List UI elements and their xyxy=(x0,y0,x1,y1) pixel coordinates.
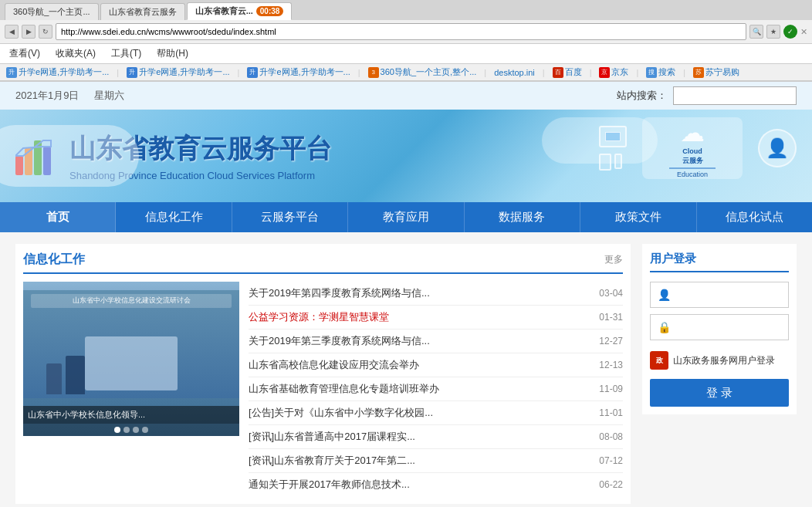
dot-1[interactable] xyxy=(114,427,120,433)
bookmark-icon[interactable]: ★ xyxy=(766,25,780,39)
search-input[interactable] xyxy=(673,86,797,105)
search-icon[interactable]: 🔍 xyxy=(749,25,763,39)
weekday-text: 星期六 xyxy=(94,89,124,103)
refresh-button[interactable]: ↻ xyxy=(39,25,52,39)
left-panel: 信息化工作 更多 山东省中小学校信息化建设交流研讨会 xyxy=(15,244,631,504)
page-content: 2021年1月9日 星期六 站内搜索： 山东省教育云服务平台 S xyxy=(0,82,812,507)
stop-button[interactable]: ✕ xyxy=(800,27,807,37)
menu-bar: 查看(V) 收藏夹(A) 工具(T) 帮助(H) xyxy=(0,44,812,64)
svg-rect-2 xyxy=(34,140,42,175)
fav-icon-0: 升 xyxy=(6,67,17,78)
fav-item-1[interactable]: 升 升学e网通,升学助考一... xyxy=(123,66,232,79)
news-title-3[interactable]: 山东省高校信息化建设应用交流会举办 xyxy=(249,358,449,372)
security-icon: ✓ xyxy=(783,25,797,39)
news-date-1: 01-31 xyxy=(599,312,623,323)
nav-xinxi[interactable]: 信息化工作 xyxy=(116,202,232,232)
dot-4[interactable] xyxy=(142,427,148,433)
tab-sdedu-active[interactable]: 山东省教育云... 00:38 xyxy=(187,2,293,20)
top-bar: 2021年1月9日 星期六 站内搜索： xyxy=(0,82,812,110)
fav-icon-1: 升 xyxy=(127,67,137,78)
right-panel: 用户登录 👤 🔒 政 山东政务服务网用户登录 登 录 xyxy=(642,244,797,504)
news-item-2: 关于2019年第三季度教育系统网络与信... 12-27 xyxy=(249,330,623,353)
phone-icon xyxy=(614,154,622,169)
fav-item-3[interactable]: 3 360导航_一个主页,整个... xyxy=(365,66,480,79)
back-button[interactable]: ◀ xyxy=(5,25,19,39)
lock-icon: 🔒 xyxy=(658,321,671,333)
banner-right: ☁ Cloud云服务 Education 👤 xyxy=(599,117,797,179)
tab-label: 山东省教育云... xyxy=(195,5,253,17)
section-title-xinxi: 信息化工作 xyxy=(23,252,85,268)
cloud-widget: ☁ Cloud云服务 Education xyxy=(642,117,743,179)
news-title-6[interactable]: [资讯]山东省普通高中2017届课程实... xyxy=(249,430,449,444)
news-title-0[interactable]: 关于2019年第四季度教育系统网络与信... xyxy=(249,286,449,300)
date-text: 2021年1月9日 xyxy=(15,89,79,103)
section-more-xinxi[interactable]: 更多 xyxy=(604,253,623,266)
news-date-2: 12-27 xyxy=(599,336,623,346)
fav-item-5[interactable]: 百 百度 xyxy=(550,66,585,79)
gov-login-area[interactable]: 政 山东政务服务网用户登录 xyxy=(650,346,789,374)
address-input[interactable] xyxy=(56,23,746,40)
password-input[interactable] xyxy=(650,314,789,340)
logo-svg-icon xyxy=(15,133,62,179)
news-title-8[interactable]: 通知关于开展2017年教师信息技术... xyxy=(249,478,449,492)
avatar-icon: 👤 xyxy=(758,129,797,167)
nav-education[interactable]: 教育应用 xyxy=(348,202,464,232)
news-item-0: 关于2019年第四季度教育系统网络与信... 03-04 xyxy=(249,282,623,306)
tab-timer: 00:38 xyxy=(256,6,284,16)
cloud-text: Cloud云服务 xyxy=(669,147,716,165)
news-title-2[interactable]: 关于2019年第三季度教育系统网络与信... xyxy=(249,334,449,348)
svg-rect-0 xyxy=(15,156,23,175)
section-header-xinxi: 信息化工作 更多 xyxy=(23,252,623,274)
news-title-7[interactable]: [资讯]山东省教育厅关于2017年第二... xyxy=(249,454,449,468)
date-area: 2021年1月9日 星期六 xyxy=(15,89,124,103)
cloud-icon: ☁ xyxy=(669,118,716,147)
username-input[interactable] xyxy=(650,282,789,308)
browser-chrome: 360导航_一个主页... 山东省教育云服务 山东省教育云... 00:38 ◀… xyxy=(0,0,812,82)
main-content: 信息化工作 更多 山东省中小学校信息化建设交流研讨会 xyxy=(0,232,812,507)
dot-2[interactable] xyxy=(123,427,130,433)
tab-sdedu[interactable]: 山东省教育云服务 xyxy=(100,3,185,20)
fav-item-8[interactable]: 苏 苏宁易购 xyxy=(690,66,743,79)
password-wrapper: 🔒 xyxy=(650,314,789,340)
news-item-8: 通知关于开展2017年教师信息技术... 06-22 xyxy=(249,473,623,496)
fav-item-7[interactable]: 搜 搜索 xyxy=(643,66,678,79)
fav-icon-2: 升 xyxy=(247,67,258,78)
tab-360[interactable]: 360导航_一个主页... xyxy=(5,3,99,20)
fav-item-2[interactable]: 升 升学e网通,升学助考一... xyxy=(244,66,353,79)
fav-icon-7: 搜 xyxy=(646,67,657,78)
news-item-6: [资讯]山东省普通高中2017届课程实... 08-08 xyxy=(249,425,623,449)
search-area: 站内搜索： xyxy=(617,86,797,105)
nav-home[interactable]: 首页 xyxy=(0,202,116,232)
menu-view[interactable]: 查看(V) xyxy=(6,46,43,62)
user-icon: 👤 xyxy=(658,289,671,301)
forward-button[interactable]: ▶ xyxy=(22,25,36,39)
news-item-3: 山东省高校信息化建设应用交流会举办 12-13 xyxy=(249,353,623,377)
news-title-5[interactable]: [公告]关于对《山东省中小学数字化校园... xyxy=(249,406,449,420)
news-title-4[interactable]: 山东省基础教育管理信息化专题培训班举办 xyxy=(249,382,449,396)
tab-bar: 360导航_一个主页... 山东省教育云服务 山东省教育云... 00:38 xyxy=(0,0,812,20)
user-area: 👤 xyxy=(758,129,797,167)
nav-data[interactable]: 数据服务 xyxy=(465,202,580,232)
news-image-top: 山东省中小学校信息化建设交流研讨会 xyxy=(23,282,239,406)
news-item-4: 山东省基础教育管理信息化专题培训班举办 11-09 xyxy=(249,377,623,401)
dot-3[interactable] xyxy=(133,427,139,433)
menu-tools[interactable]: 工具(T) xyxy=(108,46,144,62)
fav-item-6[interactable]: 京 京东 xyxy=(596,66,631,79)
news-title-1[interactable]: 公益学习资源：学测星智慧课堂 xyxy=(249,310,449,324)
header-banner: 山东省教育云服务平台 Shandong Province Education C… xyxy=(0,110,812,202)
nav-pilot[interactable]: 信息化试点 xyxy=(697,202,812,232)
fav-item-4[interactable]: desktop.ini xyxy=(491,67,538,78)
tab-label: 山东省教育云服务 xyxy=(109,6,177,18)
login-button[interactable]: 登 录 xyxy=(650,379,789,407)
news-image-dots xyxy=(23,424,239,436)
svg-rect-3 xyxy=(43,147,51,175)
fav-item-0[interactable]: 升 升学e网通,升学助考一... xyxy=(3,66,112,79)
news-date-4: 11-09 xyxy=(599,384,623,394)
nav-policy[interactable]: 政策文件 xyxy=(580,202,696,232)
menu-favorites[interactable]: 收藏夹(A) xyxy=(52,46,99,62)
menu-help[interactable]: 帮助(H) xyxy=(154,46,191,62)
username-wrapper: 👤 xyxy=(650,282,789,308)
nav-cloud[interactable]: 云服务平台 xyxy=(232,202,348,232)
logo-cn: 山东省教育云服务平台 xyxy=(69,131,332,167)
news-image-caption: 山东省中小学校长信息化领导... xyxy=(23,406,239,424)
